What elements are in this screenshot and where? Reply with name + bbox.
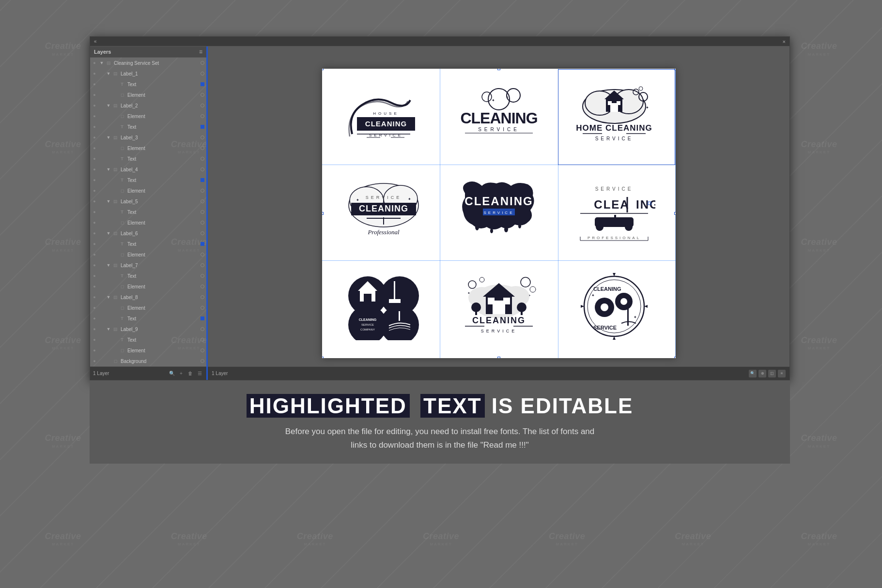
layer-vis-icon-12[interactable]: ● [90,186,99,195]
layer-expand-5[interactable] [112,112,118,121]
layer-vis-icon-15[interactable]: ● [90,218,99,227]
layer-expand-17[interactable] [112,240,118,248]
layer-vis-icon-22[interactable]: ● [90,293,99,302]
layer-vis-icon-4[interactable]: ● [90,101,99,110]
layer-row-14[interactable]: ●TText [90,207,206,217]
layer-row-15[interactable]: ●◻Element [90,217,206,228]
layer-row-9[interactable]: ●TText [90,153,206,164]
layer-expand-22[interactable]: ▼ [106,293,111,302]
layer-vis-icon-5[interactable]: ● [90,112,99,121]
layer-row-19[interactable]: ●▼▤Label_7 [90,260,206,271]
layer-row-2[interactable]: ●TText [90,79,206,90]
layer-expand-27[interactable] [112,346,118,355]
layer-vis-icon-13[interactable]: ● [90,197,99,206]
layer-expand-7[interactable]: ▼ [106,133,111,142]
layer-expand-15[interactable] [112,218,118,227]
layer-row-27[interactable]: ●◻Element [90,345,206,356]
collapse-button[interactable]: « [94,39,97,44]
layer-row-6[interactable]: ●TText [90,121,206,132]
layer-row-1[interactable]: ●▼▤Label_1 [90,68,206,79]
layer-row-18[interactable]: ●◻Element [90,249,206,260]
layer-expand-16[interactable]: ▼ [106,229,111,238]
layer-expand-4[interactable]: ▼ [106,101,111,110]
layer-expand-25[interactable]: ▼ [106,325,111,333]
layer-row-13[interactable]: ●▼▤Label_5 [90,196,206,207]
layers-list[interactable]: ●▼▤Cleaning Service Set●▼▤Label_1●TText●… [90,58,206,366]
layer-vis-icon-21[interactable]: ● [90,282,99,291]
layer-vis-icon-25[interactable]: ● [90,325,99,333]
layers-search-icon[interactable]: 🔍 [168,370,176,377]
layer-row-5[interactable]: ●◻Element [90,111,206,121]
layer-expand-1[interactable]: ▼ [106,69,111,78]
layer-expand-20[interactable] [112,271,118,280]
layer-row-11[interactable]: ●TText [90,175,206,185]
layer-vis-icon-7[interactable]: ● [90,133,99,142]
layer-expand-8[interactable] [112,144,118,152]
close-button[interactable]: × [783,39,786,45]
layer-expand-14[interactable] [112,208,118,216]
layer-vis-icon-28[interactable]: ● [90,357,99,365]
layer-row-16[interactable]: ●▼▤Label_6 [90,228,206,239]
layer-row-12[interactable]: ●◻Element [90,185,206,196]
layer-expand-0[interactable]: ▼ [99,59,105,67]
layer-vis-icon-10[interactable]: ● [90,165,99,174]
layer-row-21[interactable]: ●◻Element [90,281,206,292]
layer-row-26[interactable]: ●TText [90,334,206,345]
layer-expand-28[interactable] [106,357,111,365]
layer-row-22[interactable]: ●▼▤Label_8 [90,292,206,302]
layers-options-icon[interactable]: ☰ [196,370,203,377]
layer-vis-icon-8[interactable]: ● [90,144,99,152]
layer-row-10[interactable]: ●▼▤Label_4 [90,164,206,175]
layer-expand-12[interactable] [112,186,118,195]
layer-vis-icon-26[interactable]: ● [90,335,99,344]
layer-vis-icon-27[interactable]: ● [90,346,99,355]
layer-expand-6[interactable] [112,122,118,131]
layer-row-4[interactable]: ●▼▤Label_2 [90,100,206,111]
layer-expand-24[interactable] [112,314,118,323]
canvas-icon-2[interactable]: ⊕ [758,370,766,377]
layer-vis-icon-17[interactable]: ● [90,240,99,248]
layer-row-3[interactable]: ●◻Element [90,90,206,100]
layer-expand-2[interactable] [112,80,118,89]
layer-vis-icon-16[interactable]: ● [90,229,99,238]
layer-expand-18[interactable] [112,250,118,259]
layer-row-17[interactable]: ●TText [90,239,206,249]
svg-text:✦: ✦ [356,198,359,202]
layer-vis-icon-18[interactable]: ● [90,250,99,259]
layer-row-25[interactable]: ●▼▤Label_9 [90,324,206,334]
layer-vis-icon-11[interactable]: ● [90,176,99,184]
layer-row-23[interactable]: ●◻Element [90,302,206,313]
layers-delete-icon[interactable]: 🗑 [186,370,194,377]
layer-vis-icon-14[interactable]: ● [90,208,99,216]
layer-expand-13[interactable]: ▼ [106,197,111,206]
layer-vis-icon-3[interactable]: ● [90,90,99,99]
layer-row-7[interactable]: ●▼▤Label_3 [90,132,206,143]
layer-vis-icon-9[interactable]: ● [90,154,99,163]
layer-expand-23[interactable] [112,303,118,312]
layer-vis-icon-0[interactable]: ● [90,59,99,67]
layer-vis-icon-20[interactable]: ● [90,271,99,280]
layer-vis-icon-6[interactable]: ● [90,122,99,131]
layer-row-0[interactable]: ●▼▤Cleaning Service Set [90,58,206,68]
layer-vis-icon-2[interactable]: ● [90,80,99,89]
layer-vis-icon-23[interactable]: ● [90,303,99,312]
layer-expand-11[interactable] [112,176,118,184]
layer-expand-26[interactable] [112,335,118,344]
layer-expand-9[interactable] [112,154,118,163]
layer-expand-21[interactable] [112,282,118,291]
layers-menu-icon[interactable]: ≡ [199,48,202,55]
layer-expand-19[interactable]: ▼ [106,261,111,270]
layer-vis-icon-19[interactable]: ● [90,261,99,270]
layer-expand-10[interactable]: ▼ [106,165,111,174]
canvas-icon-1[interactable]: 🔍 [749,370,757,377]
layer-row-8[interactable]: ●◻Element [90,143,206,153]
layer-vis-icon-1[interactable]: ● [90,69,99,78]
layers-add-icon[interactable]: + [177,370,185,377]
canvas-icon-4[interactable]: ≡ [778,370,786,377]
layer-row-24[interactable]: ●TText [90,313,206,324]
layer-row-20[interactable]: ●TText [90,271,206,281]
layer-vis-icon-24[interactable]: ● [90,314,99,323]
layer-row-28[interactable]: ●◻Background [90,356,206,366]
layer-expand-3[interactable] [112,90,118,99]
canvas-icon-3[interactable]: ◫ [768,370,776,377]
